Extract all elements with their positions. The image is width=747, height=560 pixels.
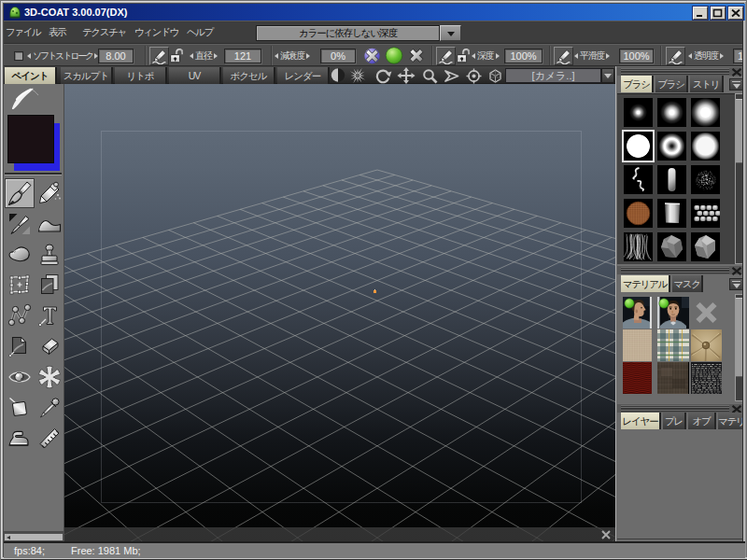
primary-color-swatch[interactable] (7, 115, 54, 163)
material-item-leather-button[interactable] (691, 329, 722, 361)
brush-item-hard-circle[interactable] (624, 132, 653, 161)
tool-image-page[interactable] (5, 331, 35, 361)
increase-arrow-icon[interactable] (606, 53, 610, 59)
smoothing-label[interactable]: 平滑度 (574, 45, 610, 66)
material-item-brown-fabric[interactable] (657, 362, 689, 394)
smoothing-field[interactable]: 100% (619, 49, 654, 63)
lock-open-icon[interactable] (457, 48, 470, 63)
decrease-arrow-icon[interactable] (27, 53, 31, 59)
camera-dropdown[interactable]: [カメラ..] (505, 68, 601, 83)
brushes-panel-close-button[interactable] (731, 68, 742, 77)
pen-pressure-icon[interactable] (666, 47, 685, 65)
brush-item-chain-squiggle[interactable] (624, 165, 653, 194)
tool-flatten-iron[interactable] (5, 423, 35, 453)
depth-mode-dropdown-button[interactable] (440, 25, 461, 41)
brush-item-copper-fabric-disc[interactable] (624, 199, 653, 228)
tool-freeze-snowflake[interactable] (35, 362, 64, 392)
depth-mode-dropdown[interactable]: カラーに依存しない深度 (256, 25, 440, 41)
brushes-panel-tab-1[interactable]: ブラシ (655, 76, 688, 92)
materials-panel-header[interactable] (617, 265, 744, 274)
tab-スカルプト[interactable]: スカルプト (61, 67, 113, 84)
brush-item-bump-tiles[interactable] (691, 199, 720, 228)
brush-item-soft-disc[interactable] (691, 132, 720, 161)
brush-item-facet-blob-dark[interactable] (657, 232, 686, 261)
minimize-button[interactable] (693, 7, 708, 20)
tool-ruler[interactable] (35, 423, 64, 453)
tool-airbrush[interactable] (35, 178, 64, 208)
depth-label[interactable]: 深度 (472, 45, 500, 66)
close-button[interactable] (728, 7, 743, 20)
tool-hill-smudge[interactable] (35, 209, 64, 239)
depth-field[interactable]: 100% (504, 49, 543, 63)
arrow-icon[interactable] (443, 68, 461, 84)
tool-eraser[interactable] (35, 331, 64, 361)
material-item-man-profile-photo[interactable] (623, 297, 652, 329)
tab-ボクセル[interactable]: ボクセル (223, 67, 275, 84)
menu-item-3[interactable]: ウィンドウ (134, 26, 178, 39)
decrease-arrow-icon[interactable] (574, 53, 578, 59)
tab-レンダー[interactable]: レンダー (277, 67, 330, 84)
brush-item-hair-strands[interactable] (624, 232, 653, 261)
material-item-man-front-photo[interactable] (657, 297, 689, 329)
tool-brush[interactable] (5, 178, 35, 208)
menu-item-2[interactable]: テクスチャ (82, 26, 126, 39)
falloff-field[interactable]: 0% (320, 49, 356, 63)
tool-warp-frame[interactable] (5, 270, 35, 300)
increase-arrow-icon[interactable] (496, 53, 500, 59)
layers-panel-tab-1[interactable]: プレ (663, 413, 686, 429)
lock-open-icon[interactable] (170, 48, 183, 63)
zoom-icon[interactable] (421, 68, 439, 84)
focus-target-icon[interactable] (465, 68, 483, 84)
increase-arrow-icon[interactable] (720, 53, 724, 59)
brushes-panel-tab-2[interactable]: ストリ (690, 76, 724, 92)
tab-リトポ[interactable]: リトポ (115, 67, 167, 84)
tool-dark-brush[interactable] (5, 209, 35, 239)
material-item-plaid-fabric[interactable] (657, 329, 689, 361)
material-item-none-material-x[interactable] (691, 297, 722, 329)
material-item-newspaper-text[interactable] (691, 362, 722, 394)
tool-copy-pages[interactable] (35, 270, 64, 300)
tool-blob[interactable] (5, 240, 35, 270)
brush-item-speckle-spray[interactable] (691, 165, 720, 194)
jack-sphere-icon[interactable] (363, 48, 381, 64)
pen-pressure-icon[interactable] (436, 47, 456, 65)
soft-stroke-checkbox[interactable] (14, 51, 23, 61)
shade-half-moon-icon[interactable] (331, 67, 345, 83)
materials-panel-close-button[interactable] (731, 267, 742, 275)
brush-item-facet-blob-light[interactable] (691, 232, 720, 261)
tool-spline[interactable] (5, 301, 35, 330)
brush-item-cylinder[interactable] (657, 199, 686, 228)
increase-arrow-icon[interactable] (306, 53, 310, 59)
brushes-panel-header[interactable] (617, 66, 744, 76)
brush-item-capsule[interactable] (657, 165, 686, 194)
menu-item-0[interactable]: ファイル (6, 26, 40, 39)
pen-pressure-icon[interactable] (149, 47, 169, 65)
decrease-arrow-icon[interactable] (688, 53, 692, 59)
decrease-arrow-icon[interactable] (472, 53, 475, 59)
viewport-close-icon[interactable] (600, 529, 612, 540)
layers-panel-tab-0[interactable]: レイヤー (621, 413, 661, 429)
tab-ペイント[interactable]: ペイント (5, 67, 57, 84)
green-sphere-icon[interactable] (385, 47, 403, 64)
diameter-label[interactable]: 直径 (190, 45, 218, 66)
tool-eye[interactable] (5, 362, 35, 392)
tool-text[interactable] (35, 301, 64, 330)
decrease-arrow-icon[interactable] (190, 53, 193, 59)
material-item-red-knit[interactable] (623, 362, 652, 394)
clear-x-icon[interactable] (408, 48, 425, 63)
layers-panel-tab-2[interactable]: オブ (688, 413, 716, 429)
menu-item-4[interactable]: ヘルプ (187, 26, 213, 39)
brush-item-soft-dot-large[interactable] (691, 98, 720, 127)
layers-panel-tab-3[interactable]: マテリ (718, 413, 744, 429)
decrease-arrow-icon[interactable] (275, 53, 278, 59)
brush-item-ring-donut[interactable] (657, 132, 686, 161)
falloff-label[interactable]: 減衰度 (275, 45, 310, 66)
pan-icon[interactable] (397, 67, 416, 84)
maximize-button[interactable] (711, 7, 726, 20)
title-bar[interactable]: 3D-COAT 3.00.07(DX) (4, 4, 745, 21)
brush-item-soft-dot-small[interactable] (624, 98, 653, 127)
light-burst-icon[interactable] (348, 67, 367, 84)
material-item-beige-fabric[interactable] (623, 329, 652, 361)
camera-dropdown-button[interactable] (601, 68, 614, 83)
tool-fill-square[interactable] (5, 393, 35, 423)
